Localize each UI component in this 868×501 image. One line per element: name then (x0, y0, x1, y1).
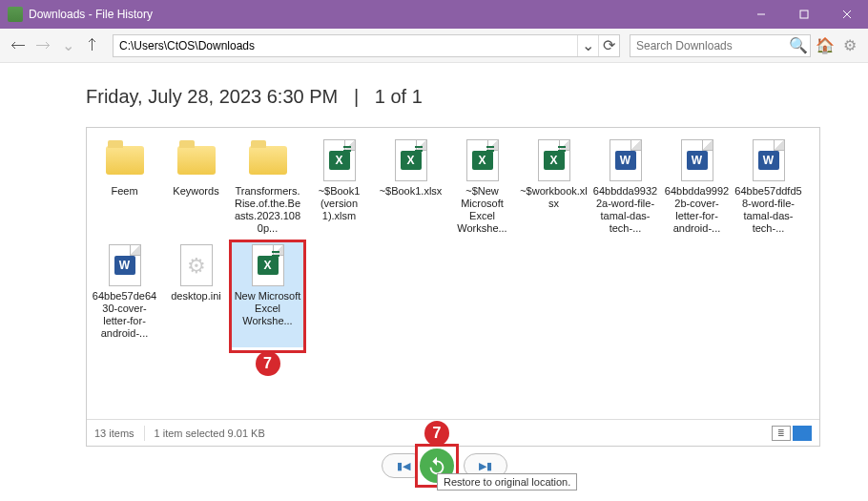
excel-icon: X (245, 242, 291, 288)
excel-icon: X (388, 137, 434, 183)
forward-button[interactable]: 🡒 (32, 35, 53, 56)
callout-badge-restore: 7 (424, 421, 449, 446)
restore-tooltip: Restore to original location. (437, 473, 577, 491)
folder-icon (174, 137, 219, 183)
excel-icon: X (460, 137, 506, 183)
version-header: Friday, July 28, 2023 6:30 PM | 1 of 1 (86, 86, 782, 108)
selection-info: 1 item selected 9.01 KB (155, 428, 265, 439)
maximize-button[interactable] (782, 0, 825, 29)
status-bar: 13 items 1 item selected 9.01 KB ≣ (87, 419, 819, 446)
search-icon[interactable]: 🔍 (787, 36, 810, 54)
item-count: 13 items (94, 428, 134, 439)
address-input[interactable] (114, 39, 577, 52)
file-item[interactable]: W64bbdda99322a-word-file-tamal-das-tech-… (589, 137, 661, 242)
file-item[interactable]: Transformers.Rise.of.the.Beasts.2023.108… (232, 137, 303, 242)
file-label: ~$Book1.xlsx (377, 185, 445, 198)
file-item[interactable]: X~$Book1 (version 1).xlsm (303, 137, 375, 242)
minimize-button[interactable] (739, 0, 782, 29)
file-pane: FeemKeywordsTransformers.Rise.of.the.Bea… (86, 127, 820, 447)
back-button[interactable]: 🡐 (8, 35, 29, 56)
file-label: ~$Book1 (version 1).xlsm (305, 185, 374, 222)
file-label: ~$New Microsoft Excel Workshe... (448, 185, 517, 235)
icons-view-button[interactable] (793, 426, 812, 441)
file-label: Transformers.Rise.of.the.Beasts.2023.108… (234, 185, 302, 235)
address-dropdown[interactable]: ⌄ (577, 35, 598, 56)
excel-icon: X (531, 137, 577, 183)
file-label: 64bbe57ddfd58-word-file-tamal-das-tech-.… (734, 185, 803, 235)
word-icon: W (603, 137, 649, 183)
app-icon (8, 7, 23, 22)
word-icon: W (674, 137, 720, 183)
file-item[interactable]: X~$Book1.xlsx (375, 137, 446, 242)
window-title: Downloads - File History (29, 8, 739, 21)
file-label: desktop.ini (162, 290, 231, 303)
toolbar: 🡐 🡒 ⌄ 🡑 ⌄ ⟳ 🔍 🏠 ⚙ (0, 29, 868, 63)
file-label: Feem (91, 185, 159, 198)
file-label: Keywords (162, 185, 231, 198)
ini-icon: ⚙ (174, 242, 219, 288)
callout-badge-item: 7 (256, 351, 280, 376)
file-item[interactable]: X~$New Microsoft Excel Workshe... (446, 137, 518, 242)
details-view-button[interactable]: ≣ (772, 426, 791, 441)
search-box[interactable]: 🔍 (630, 34, 811, 57)
file-item[interactable]: Keywords (160, 137, 232, 242)
close-button[interactable] (825, 0, 868, 29)
file-label: New Microsoft Excel Workshe... (234, 290, 302, 327)
file-label: 64bbe57de6430-cover-letter-for-android-.… (91, 290, 159, 340)
file-item[interactable]: Feem (89, 137, 160, 242)
items-grid[interactable]: FeemKeywordsTransformers.Rise.of.the.Bea… (87, 128, 819, 419)
file-item[interactable]: W64bbe57de6430-cover-letter-for-android-… (89, 242, 160, 347)
file-label: ~$workbook.xlsx (520, 185, 589, 210)
home-icon[interactable]: 🏠 (815, 36, 836, 54)
file-label: 64bbdda99922b-cover-letter-for-android-.… (663, 185, 732, 235)
gear-icon[interactable]: ⚙ (839, 36, 860, 54)
excel-icon: X (317, 137, 362, 183)
file-item[interactable]: X~$workbook.xlsx (518, 137, 589, 242)
file-item[interactable]: W64bbdda99922b-cover-letter-for-android-… (661, 137, 733, 242)
folder-icon (102, 137, 148, 183)
address-bar[interactable]: ⌄ ⟳ (113, 34, 620, 57)
titlebar: Downloads - File History (0, 0, 868, 29)
word-icon: W (746, 137, 792, 183)
svg-rect-1 (800, 10, 808, 18)
file-item[interactable]: W64bbe57ddfd58-word-file-tamal-das-tech-… (733, 137, 804, 242)
view-toggle[interactable]: ≣ (772, 426, 812, 441)
file-item[interactable]: XNew Microsoft Excel Workshe... (232, 242, 303, 347)
up-button[interactable]: 🡑 (82, 35, 103, 56)
version-pager: 1 of 1 (375, 86, 423, 107)
recent-locations-dropdown[interactable]: ⌄ (57, 35, 78, 56)
version-timestamp: Friday, July 28, 2023 6:30 PM (86, 86, 338, 107)
file-item[interactable]: ⚙desktop.ini (160, 242, 232, 347)
file-label: 64bbdda99322a-word-file-tamal-das-tech-.… (591, 185, 660, 235)
folder-icon (245, 137, 291, 183)
word-icon: W (102, 242, 148, 288)
refresh-button[interactable]: ⟳ (598, 35, 619, 56)
search-input[interactable] (630, 39, 787, 52)
